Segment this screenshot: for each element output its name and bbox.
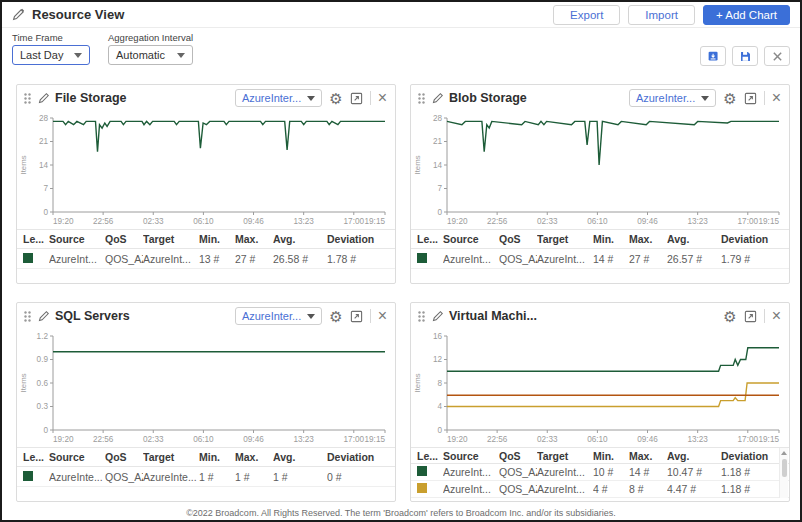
page-title: Resource View [32, 7, 124, 22]
svg-text:Items: Items [19, 373, 28, 392]
toolbar: Time Frame Last Day Aggregation Interval… [2, 28, 800, 72]
svg-text:13:23: 13:23 [293, 435, 314, 444]
metrics-table: Le...SourceQoSTargetMin.Max.Avg.Deviatio… [411, 229, 789, 269]
svg-text:Items: Items [413, 155, 422, 174]
expand-icon [350, 92, 363, 105]
svg-text:4: 4 [437, 402, 442, 411]
drag-handle-icon[interactable] [23, 310, 32, 323]
time-frame-value: Last Day [20, 49, 63, 61]
save-as-button[interactable] [700, 46, 726, 66]
metrics-table: Le...SourceQoSTargetMin.Max.Avg.Deviatio… [17, 447, 395, 487]
settings-button[interactable]: ⚙ [723, 309, 736, 324]
aggregation-field: Aggregation Interval Automatic [108, 32, 193, 65]
save-button[interactable] [732, 46, 758, 66]
remove-chart-button[interactable]: × [378, 90, 387, 106]
chevron-down-icon [177, 53, 185, 58]
expand-button[interactable] [744, 92, 757, 105]
svg-text:02:33: 02:33 [143, 217, 164, 226]
table-row[interactable]: AzureInte...QOS_AZURE_RESOURCE_SQL_...Az… [17, 467, 395, 487]
table-row[interactable]: AzureInt...QOS_AZURE_RESOURCE_BLO...Azur… [411, 249, 789, 269]
metrics-table: Le...SourceQoSTargetMin.Max.Avg.Deviatio… [17, 229, 395, 269]
time-frame-select[interactable]: Last Day [12, 45, 90, 65]
settings-button[interactable]: ⚙ [329, 309, 342, 324]
close-icon: × [378, 90, 387, 106]
add-chart-button[interactable]: + Add Chart [703, 5, 790, 25]
source-select[interactable]: AzureInter... [235, 307, 322, 325]
chevron-down-icon [74, 53, 82, 58]
scroll-up-icon[interactable] [781, 451, 787, 455]
svg-text:02:33: 02:33 [143, 435, 164, 444]
svg-text:19:20: 19:20 [53, 217, 74, 226]
edit-chart-icon[interactable] [38, 92, 50, 104]
svg-text:19:15: 19:15 [759, 217, 780, 226]
svg-text:21: 21 [39, 137, 49, 146]
drag-handle-icon[interactable] [417, 92, 426, 105]
source-select-value: AzureInter... [242, 310, 301, 322]
table-row[interactable]: AzureInt...QOS_AZURE_RESOURCE_VMSAzureIn… [411, 464, 789, 481]
svg-text:17:00: 17:00 [738, 435, 759, 444]
svg-text:13:23: 13:23 [687, 435, 708, 444]
table-header-row: Le...SourceQoSTargetMin.Max.Avg.Deviatio… [17, 229, 395, 249]
gear-icon: ⚙ [723, 91, 736, 106]
table-scrollbar[interactable] [779, 448, 788, 498]
series-swatch [417, 483, 427, 493]
time-frame-label: Time Frame [12, 32, 90, 43]
series-swatch [417, 253, 427, 263]
svg-text:7: 7 [43, 184, 48, 193]
remove-chart-button[interactable]: × [772, 90, 781, 106]
svg-text:21: 21 [433, 137, 443, 146]
expand-button[interactable] [350, 92, 363, 105]
expand-button[interactable] [744, 310, 757, 323]
close-view-button[interactable] [764, 46, 790, 66]
svg-text:19:15: 19:15 [759, 435, 780, 444]
svg-text:7: 7 [437, 184, 442, 193]
settings-button[interactable]: ⚙ [329, 91, 342, 106]
expand-button[interactable] [350, 310, 363, 323]
chevron-down-icon [701, 96, 709, 101]
aggregation-select[interactable]: Automatic [108, 45, 193, 65]
series-swatch [417, 466, 427, 476]
source-select[interactable]: AzureInter... [235, 89, 322, 107]
svg-text:1.2: 1.2 [37, 332, 49, 341]
expand-icon [350, 310, 363, 323]
metrics-table: Le...SourceQoSTargetMin.Max.Avg.Deviatio… [411, 447, 789, 498]
export-button[interactable]: Export [553, 5, 620, 25]
drag-handle-icon[interactable] [417, 310, 426, 323]
blob-storage-chart: 0714212819:2022:5602:3306:1009:4613:2317… [411, 111, 789, 229]
svg-text:0.9: 0.9 [37, 355, 49, 364]
svg-text:12: 12 [433, 355, 443, 364]
source-select[interactable]: AzureInter... [629, 89, 716, 107]
edit-chart-icon[interactable] [38, 310, 50, 322]
drag-handle-icon[interactable] [23, 92, 32, 105]
expand-icon [744, 310, 757, 323]
divider [764, 91, 765, 105]
svg-text:17:00: 17:00 [344, 217, 365, 226]
svg-text:13:23: 13:23 [687, 217, 708, 226]
panel-sql-servers: SQL Servers AzureInter... ⚙ × 00.30.60.9… [16, 302, 396, 502]
edit-title-icon[interactable] [12, 8, 25, 21]
svg-text:0: 0 [43, 208, 48, 217]
remove-chart-button[interactable]: × [378, 308, 387, 324]
panel-title: Virtual Machi... [449, 309, 537, 323]
remove-chart-button[interactable]: × [772, 308, 781, 324]
svg-text:06:10: 06:10 [587, 217, 608, 226]
svg-text:19:15: 19:15 [365, 435, 386, 444]
table-header-row: Le...SourceQoSTargetMin.Max.Avg.Deviatio… [411, 229, 789, 249]
svg-text:22:56: 22:56 [93, 217, 114, 226]
table-row[interactable]: AzureInt...QOS_AZURE_RESOURCE_ON...Azure… [411, 481, 789, 498]
panel-virtual-machines: Virtual Machi... ⚙ × 048121619:2022:5602… [410, 302, 790, 502]
svg-text:13:23: 13:23 [293, 217, 314, 226]
panel-title: File Storage [55, 91, 127, 105]
time-frame-field: Time Frame Last Day [12, 32, 90, 65]
edit-chart-icon[interactable] [432, 310, 444, 322]
scrollbar-thumb[interactable] [782, 459, 787, 477]
settings-button[interactable]: ⚙ [723, 91, 736, 106]
chevron-down-icon [307, 314, 315, 319]
source-select-value: AzureInter... [636, 92, 695, 104]
edit-chart-icon[interactable] [432, 92, 444, 104]
dashboard-grid: File Storage AzureInter... ⚙ × 071421281… [2, 72, 800, 502]
import-button[interactable]: Import [628, 5, 695, 25]
svg-text:0.3: 0.3 [37, 402, 49, 411]
svg-text:14: 14 [39, 161, 49, 170]
table-row[interactable]: AzureInt...QOS_AZURE_RESOURCE_FILE...Azu… [17, 249, 395, 269]
